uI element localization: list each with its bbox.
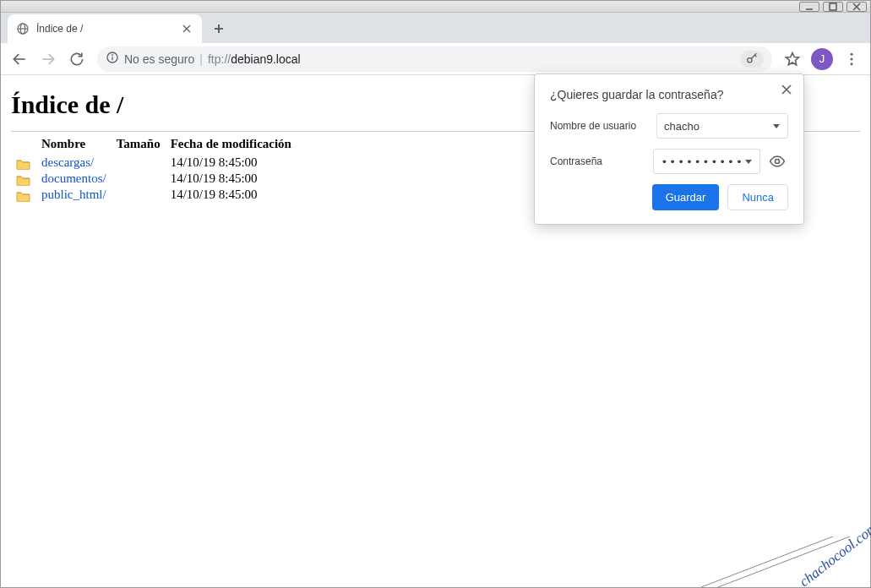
key-icon[interactable] <box>740 51 764 68</box>
tab-strip: Índice de / <box>1 13 870 43</box>
svg-point-22 <box>851 63 853 65</box>
tab-title: Índice de / <box>36 23 173 35</box>
window-titlebar <box>1 1 870 13</box>
col-modified: Fecha de modificación <box>166 135 297 155</box>
caret-down-icon <box>772 120 781 133</box>
tab-close-button[interactable] <box>180 22 193 35</box>
never-button[interactable]: Nunca <box>727 184 788 210</box>
directory-link[interactable]: public_html/ <box>41 188 106 201</box>
folder-icon <box>16 190 31 202</box>
modified-cell: 14/10/19 8:45:00 <box>166 155 297 171</box>
save-password-dialog: ¿Quieres guardar la contraseña? Nombre d… <box>534 74 804 225</box>
svg-rect-1 <box>830 3 836 10</box>
bookmark-star-button[interactable] <box>779 46 806 73</box>
modified-cell: 14/10/19 8:45:00 <box>166 187 297 203</box>
directory-listing: Nombre Tamaño Fecha de modificación desc… <box>11 135 297 203</box>
folder-icon <box>16 174 31 186</box>
table-row: public_html/14/10/19 8:45:00 <box>11 187 297 203</box>
svg-marker-26 <box>745 160 752 164</box>
svg-point-21 <box>851 57 853 60</box>
svg-line-18 <box>754 55 756 57</box>
forward-button[interactable] <box>35 46 62 73</box>
size-cell <box>112 187 166 203</box>
reveal-password-button[interactable] <box>767 153 788 170</box>
window-maximize-button[interactable] <box>823 2 843 12</box>
globe-icon <box>16 22 30 35</box>
avatar-initial: J <box>819 52 825 65</box>
folder-icon <box>16 158 31 170</box>
browser-tab[interactable]: Índice de / <box>8 14 202 43</box>
password-mask: •••••••••• <box>661 155 743 168</box>
username-label: Nombre de usuario <box>550 120 650 132</box>
svg-point-15 <box>112 55 113 56</box>
window-close-button[interactable] <box>847 2 867 12</box>
username-select[interactable]: chacho <box>656 113 788 139</box>
not-secure-label: No es seguro <box>124 52 194 66</box>
password-label: Contraseña <box>550 155 646 167</box>
browser-menu-button[interactable] <box>838 46 865 73</box>
table-row: documentos/14/10/19 8:45:00 <box>11 171 297 187</box>
omnibox-separator: | <box>199 52 203 66</box>
browser-toolbar: No es seguro | ftp://debian9.local J <box>1 43 870 75</box>
size-cell <box>112 171 166 187</box>
col-size: Tamaño <box>112 135 166 155</box>
svg-point-16 <box>748 57 752 62</box>
table-row: descargas/14/10/19 8:45:00 <box>11 155 297 171</box>
modified-cell: 14/10/19 8:45:00 <box>166 171 297 187</box>
profile-avatar[interactable]: J <box>811 48 833 70</box>
save-button[interactable]: Guardar <box>652 184 720 210</box>
col-name: Nombre <box>36 135 112 155</box>
svg-point-27 <box>776 160 780 164</box>
window-minimize-button[interactable] <box>799 2 819 12</box>
caret-down-icon <box>744 155 753 168</box>
password-select[interactable]: •••••••••• <box>653 149 759 174</box>
reload-button[interactable] <box>63 46 90 73</box>
svg-marker-25 <box>773 124 780 128</box>
svg-marker-19 <box>787 52 799 64</box>
directory-link[interactable]: documentos/ <box>41 172 106 185</box>
back-button[interactable] <box>6 46 33 73</box>
address-bar[interactable]: No es seguro | ftp://debian9.local <box>97 46 772 72</box>
info-icon <box>106 51 119 67</box>
directory-link[interactable]: descargas/ <box>41 155 94 169</box>
url-host: debian9.local <box>231 52 301 66</box>
svg-point-20 <box>851 52 853 55</box>
username-value: chacho <box>664 120 700 133</box>
url-protocol: ftp:// <box>208 52 231 66</box>
size-cell <box>112 155 166 171</box>
new-tab-button[interactable] <box>207 17 231 41</box>
dialog-title: ¿Quieres guardar la contraseña? <box>550 88 788 101</box>
dialog-close-button[interactable] <box>778 81 795 98</box>
